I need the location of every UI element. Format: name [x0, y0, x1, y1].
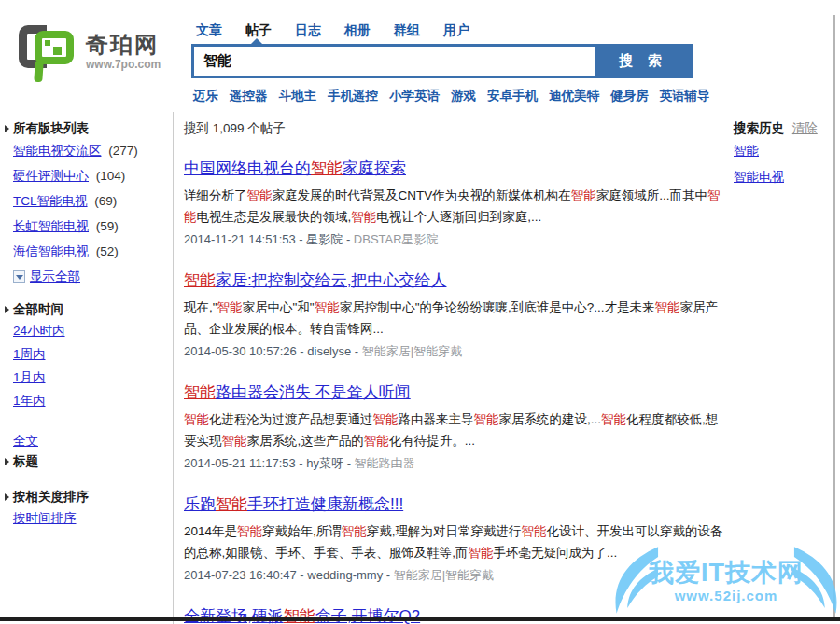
logo-site-name: 奇珀网	[86, 32, 161, 58]
result-count: 搜到 1,099 个帖子	[184, 119, 726, 138]
time-filter-item: 1年内	[13, 389, 173, 412]
forum-count: (69)	[94, 194, 117, 208]
search-history-panel: 搜索历史 清除 智能 智能电视	[726, 112, 840, 624]
forum-count: (59)	[96, 219, 119, 233]
result-meta: 2014-11-21 14:51:53 - 星影院 - DBSTAR星影院	[184, 229, 726, 250]
history-link[interactable]: 智能	[734, 144, 759, 158]
result-title-link[interactable]: 智能路由器会消失 不是耸人听闻	[184, 381, 411, 404]
result-title-link[interactable]: 乐跑智能手环打造健康新概念!!!	[184, 492, 403, 516]
time-link-1w[interactable]: 1周内	[13, 347, 46, 361]
result-category: 智能家居|智能穿戴	[394, 568, 494, 582]
result-meta: 2014-07-23 16:40:47 - wedding-mmy - 智能家居…	[184, 564, 726, 586]
sort-time-row: 按时间排序	[13, 506, 173, 530]
hot-keyword-link[interactable]: 游戏	[451, 88, 476, 104]
result-snippet: 2014年是智能穿戴始年,所谓智能穿戴,理解为对日常穿戴进行智能化设计、开发出可…	[184, 520, 726, 563]
logo-text: 奇珀网 www.7po.com	[86, 32, 161, 72]
history-item: 智能电视	[734, 164, 840, 190]
active-tab-pointer-icon	[250, 38, 263, 45]
hot-keyword-link[interactable]: 迈乐	[193, 88, 218, 104]
clear-history-link[interactable]: 清除	[792, 121, 818, 135]
result-category: 智能路由器	[355, 456, 415, 470]
forum-link[interactable]: 长虹智能电视	[13, 219, 89, 233]
hot-keyword-link[interactable]: 健身房	[610, 88, 649, 104]
result-item: 智能路由器会消失 不是耸人听闻 智能化进程沦为过渡产品想要通过智能路由器来主导智…	[184, 381, 726, 474]
search-button[interactable]: 搜 索	[595, 47, 691, 76]
time-filter-item: 24小时内	[13, 319, 173, 342]
hot-keywords: 迈乐 遥控器 斗地主 手机遥控 小学英语 游戏 安卓手机 迪优美特 健身房 英语…	[193, 88, 700, 104]
result-meta: 2014-05-30 10:57:26 - diselyse - 智能家居|智能…	[184, 340, 726, 362]
history-link[interactable]: 智能电视	[734, 170, 784, 184]
logo-site-url: www.7po.com	[86, 58, 161, 72]
result-title-link[interactable]: 中国网络电视台的智能家庭探索	[184, 157, 406, 180]
sort-relevance-selected: 按相关度排序	[5, 488, 173, 506]
result-snippet: 现在,"智能家居中心"和"智能家居控制中心"的争论纷纷嚷嚷,到底谁是中心?...…	[184, 297, 726, 340]
forum-filter-item: 长虹智能电视 (59)	[13, 214, 173, 239]
time-filter-item: 1周内	[13, 342, 173, 366]
time-link-1y[interactable]: 1年内	[13, 394, 46, 408]
result-item: 智能家居:把控制交给云,把中心交给人 现在,"智能家居中心"和"智能家居控制中心…	[184, 269, 726, 362]
7po-logo-icon	[19, 22, 80, 84]
forum-link[interactable]: TCL智能电视	[13, 194, 88, 208]
search-type-tabs: 文章 帖子 日志 相册 群组 用户	[196, 22, 700, 37]
search-results-page: 奇珀网 www.7po.com 文章 帖子 日志 相册 群组 用户 搜 索 迈乐…	[0, 0, 840, 624]
window-edge-divider	[833, 15, 835, 618]
logo-pixel-2	[53, 47, 62, 55]
sort-by-time-link[interactable]: 按时间排序	[13, 511, 77, 525]
search-history-header: 搜索历史 清除	[734, 119, 840, 138]
tab-albums[interactable]: 相册	[344, 22, 371, 37]
expand-icon[interactable]	[13, 270, 25, 283]
content-row: 所有版块列表 智能电视交流区 (277) 硬件评测中心 (104) TCL智能电…	[0, 112, 840, 624]
result-snippet: 详细分析了智能家庭发展的时代背景及CNTV作为央视的新媒体机构在智能家庭领域所.…	[184, 185, 726, 228]
time-link-1m[interactable]: 1月内	[13, 370, 46, 384]
show-all-link[interactable]: 显示全部	[30, 270, 80, 284]
selected-arrow-icon	[5, 493, 9, 501]
scope-fulltext-link[interactable]: 全文	[13, 434, 38, 448]
selected-arrow-icon	[5, 458, 9, 465]
hot-keyword-link[interactable]: 英语辅导	[660, 88, 710, 104]
result-title-link[interactable]: 智能家居:把控制交给云,把中心交给人	[184, 269, 446, 292]
forum-link[interactable]: 智能电视交流区	[13, 144, 102, 158]
selected-arrow-icon	[5, 125, 9, 132]
tab-groups[interactable]: 群组	[394, 22, 420, 37]
hot-keyword-link[interactable]: 安卓手机	[487, 88, 538, 104]
search-history-title: 搜索历史	[734, 121, 784, 135]
scope-fulltext-row: 全文	[13, 429, 173, 452]
hot-keyword-link[interactable]: 遥控器	[230, 88, 268, 104]
hot-keyword-link[interactable]: 手机遥控	[328, 88, 378, 104]
filter-sidebar: 所有版块列表 智能电视交流区 (277) 硬件评测中心 (104) TCL智能电…	[0, 112, 174, 624]
result-category: DBSTAR星影院	[354, 232, 439, 246]
time-section-header: 全部时间	[5, 300, 173, 319]
forum-count: (104)	[96, 169, 126, 183]
tab-articles[interactable]: 文章	[196, 22, 222, 37]
search-input[interactable]	[194, 47, 595, 76]
forum-link[interactable]: 海信智能电视	[13, 244, 89, 258]
logo-pixel-1	[45, 40, 50, 46]
selected-arrow-icon	[5, 306, 9, 313]
time-link-24h[interactable]: 24小时内	[13, 324, 65, 338]
hot-keyword-link[interactable]: 斗地主	[279, 88, 317, 104]
forum-filter-item: 硬件评测中心 (104)	[13, 163, 173, 188]
forum-filter-item: 智能电视交流区 (277)	[13, 138, 173, 163]
hot-keyword-link[interactable]: 小学英语	[389, 88, 440, 104]
tab-posts[interactable]: 帖子	[245, 22, 272, 37]
search-box: 搜 索	[191, 44, 693, 78]
tab-users[interactable]: 用户	[443, 22, 469, 37]
site-logo[interactable]: 奇珀网 www.7po.com	[0, 22, 191, 84]
forums-section-header: 所有版块列表	[5, 119, 173, 138]
result-item: 中国网络电视台的智能家庭探索 详细分析了智能家庭发展的时代背景及CNTV作为央视…	[184, 157, 726, 250]
result-item: 乐跑智能手环打造健康新概念!!! 2014年是智能穿戴始年,所谓智能穿戴,理解为…	[184, 492, 726, 586]
results-list: 搜到 1,099 个帖子 中国网络电视台的智能家庭探索 详细分析了智能家庭发展的…	[174, 112, 726, 624]
scope-title-selected: 标题	[5, 452, 173, 471]
result-category: 智能家居|智能穿戴	[362, 344, 462, 358]
window-bottom-edge	[0, 617, 840, 621]
forum-count: (52)	[96, 244, 119, 258]
result-snippet: 智能化进程沦为过渡产品想要通过智能路由器来主导智能家居系统的建设,...智能化程…	[184, 409, 726, 451]
forum-count: (277)	[108, 144, 138, 158]
page-header: 奇珀网 www.7po.com 文章 帖子 日志 相册 群组 用户 搜 索 迈乐…	[0, 0, 840, 104]
result-meta: 2014-05-21 11:17:53 - hy菜呀 - 智能路由器	[184, 452, 726, 474]
hot-keyword-link[interactable]: 迪优美特	[549, 88, 599, 104]
forum-link[interactable]: 硬件评测中心	[13, 169, 89, 183]
forum-filter-item: TCL智能电视 (69)	[13, 188, 173, 214]
time-filter-item: 1月内	[13, 366, 173, 389]
tab-blogs[interactable]: 日志	[295, 22, 321, 37]
